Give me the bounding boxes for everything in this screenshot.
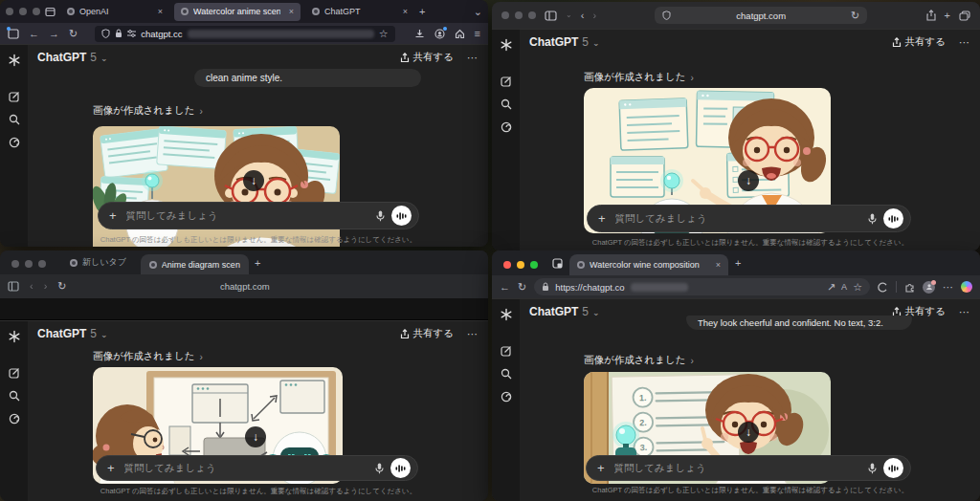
read-aloud-icon[interactable]: A <box>841 283 847 292</box>
back-icon[interactable]: ← <box>500 282 510 293</box>
tab-openai[interactable]: OpenAI × <box>60 3 169 21</box>
voice-mode-button[interactable] <box>883 458 903 478</box>
chatgpt-logo-icon[interactable] <box>499 307 513 321</box>
attach-icon[interactable]: + <box>107 461 115 475</box>
url-bar[interactable]: https://chatgpt.co ↗ A ☆ <box>534 278 870 295</box>
search-icon[interactable] <box>499 97 513 111</box>
reload-icon[interactable]: ↻ <box>851 11 859 21</box>
tab-watercolor-wine-composition[interactable]: Watercolor wine composition × <box>569 254 728 275</box>
close-tab-icon[interactable]: × <box>403 7 408 16</box>
more-options-icon[interactable]: ⋯ <box>467 328 479 340</box>
profile-avatar[interactable] <box>923 281 935 294</box>
more-options-icon[interactable]: ⋯ <box>959 306 970 318</box>
more-options-icon[interactable]: ⋯ <box>959 36 970 49</box>
back-icon[interactable]: ‹ <box>581 11 585 21</box>
image-created-link[interactable]: 画像が作成されました› <box>93 104 203 118</box>
model-selector[interactable]: ChatGPT5⌄ <box>529 35 600 49</box>
url-text[interactable]: chatgpt.com <box>78 281 412 292</box>
open-in-app-icon[interactable]: ↗ <box>827 282 835 293</box>
attach-icon[interactable]: + <box>597 461 605 475</box>
firefox-view-button[interactable] <box>8 29 19 39</box>
library-icon[interactable] <box>499 120 513 134</box>
forward-icon[interactable]: › <box>44 281 48 292</box>
extensions-icon[interactable] <box>904 282 915 293</box>
new-chat-icon[interactable] <box>7 89 21 103</box>
new-chat-icon[interactable] <box>499 343 513 358</box>
share-button[interactable]: 共有する <box>400 327 455 340</box>
share-button[interactable]: 共有する <box>892 35 947 49</box>
mic-icon[interactable] <box>376 210 385 222</box>
search-icon[interactable] <box>7 112 21 126</box>
library-icon[interactable] <box>7 411 21 425</box>
search-icon[interactable] <box>499 366 513 381</box>
forward-icon[interactable]: › <box>592 11 596 21</box>
back-icon[interactable]: ← <box>29 29 39 39</box>
voice-mode-button[interactable] <box>883 208 903 229</box>
traffic-lights[interactable] <box>6 8 40 15</box>
traffic-lights[interactable] <box>503 261 538 269</box>
favorites-star-icon[interactable]: ☆ <box>853 282 862 293</box>
bookmark-star-icon[interactable]: ☆ <box>379 29 389 39</box>
library-icon[interactable] <box>7 135 21 149</box>
sidebar-icon[interactable] <box>545 11 557 21</box>
close-tab-icon[interactable]: × <box>158 7 163 16</box>
chat-input[interactable]: + 質問してみましょう <box>96 455 418 481</box>
model-selector[interactable]: ChatGPT5⌄ <box>529 305 600 318</box>
new-tab-icon[interactable]: + <box>945 11 950 21</box>
menu-icon[interactable]: ≡ <box>475 29 480 39</box>
tab-watercolor-anime-scene[interactable]: Watercolor anime scene × <box>174 3 301 21</box>
chatgpt-logo-icon[interactable] <box>499 37 513 52</box>
model-selector[interactable]: ChatGPT5⌄ <box>37 51 108 64</box>
new-tab-icon[interactable]: + <box>255 258 260 269</box>
home-icon[interactable] <box>455 29 465 39</box>
settings-more-icon[interactable]: ⋯ <box>943 282 953 293</box>
firefox-view-icon[interactable] <box>45 7 56 17</box>
url-bar[interactable]: chatgpt.cc ☆ <box>95 26 394 42</box>
new-chat-icon[interactable] <box>7 365 21 380</box>
reload-icon[interactable]: ↻ <box>57 281 66 292</box>
chat-input[interactable]: + 質問してみましょう <box>586 455 911 481</box>
close-tab-icon[interactable]: × <box>289 7 294 16</box>
reload-icon[interactable]: ↻ <box>518 282 526 293</box>
attach-icon[interactable]: + <box>598 211 606 226</box>
model-selector[interactable]: ChatGPT5⌄ <box>37 327 108 340</box>
new-tab-icon[interactable]: + <box>419 7 425 17</box>
chat-input[interactable]: + 質問してみましょう <box>587 205 911 232</box>
browser-essentials-icon[interactable] <box>878 282 888 293</box>
image-created-link[interactable]: 画像が作成されました› <box>584 354 694 367</box>
more-options-icon[interactable]: ⋯ <box>467 52 479 64</box>
list-all-tabs-icon[interactable]: ⌄ <box>474 7 482 17</box>
download-image-button[interactable]: ↓ <box>243 170 264 191</box>
chatgpt-logo-icon[interactable] <box>7 329 21 343</box>
mic-icon[interactable] <box>868 463 877 474</box>
download-image-button[interactable]: ↓ <box>738 170 759 191</box>
downloads-icon[interactable] <box>414 29 425 39</box>
traffic-lights[interactable] <box>11 260 46 268</box>
tab-chatgpt[interactable]: ChatGPT × <box>305 3 414 21</box>
attach-icon[interactable]: + <box>109 208 117 223</box>
url-bar[interactable]: chatgpt.com ↻ <box>655 7 867 24</box>
copilot-icon[interactable] <box>961 281 972 293</box>
reload-icon[interactable]: ↻ <box>69 29 78 39</box>
traffic-lights[interactable] <box>501 11 536 19</box>
chatgpt-logo-icon[interactable] <box>7 53 21 67</box>
search-icon[interactable] <box>7 388 21 403</box>
close-tab-icon[interactable]: × <box>716 260 721 270</box>
share-icon[interactable] <box>926 10 936 21</box>
tab-overview-icon[interactable] <box>959 11 970 21</box>
back-icon[interactable]: ‹ <box>30 281 33 292</box>
voice-mode-button[interactable] <box>390 458 411 478</box>
image-created-link[interactable]: 画像が作成されました› <box>93 350 203 363</box>
mic-icon[interactable] <box>375 463 384 474</box>
image-created-link[interactable]: 画像が作成されました› <box>584 71 694 84</box>
sidebar-chevron-icon[interactable]: ⌄ <box>566 11 572 19</box>
new-tab-icon[interactable]: + <box>735 258 741 269</box>
account-icon[interactable] <box>434 29 445 39</box>
tab-anime-diagram-scene[interactable]: Anime diagram scen <box>141 254 249 274</box>
download-image-button[interactable]: ↓ <box>738 422 759 443</box>
voice-mode-button[interactable] <box>391 206 412 226</box>
tab-new-tab[interactable]: 新しいタブ <box>61 252 135 272</box>
forward-icon[interactable]: → <box>49 29 59 39</box>
new-chat-icon[interactable] <box>499 74 513 88</box>
workspaces-icon[interactable] <box>552 258 563 269</box>
